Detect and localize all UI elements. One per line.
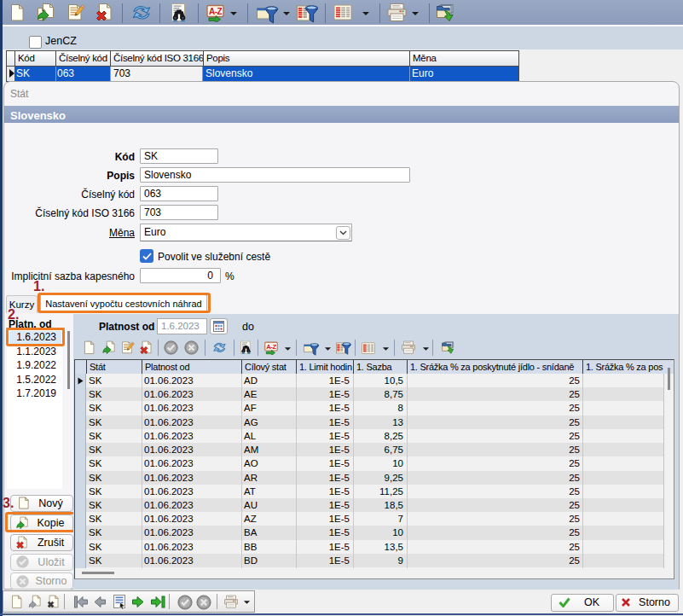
svg-text:A-Z: A-Z [209, 7, 223, 16]
svg-text:A-Z: A-Z [266, 343, 276, 351]
